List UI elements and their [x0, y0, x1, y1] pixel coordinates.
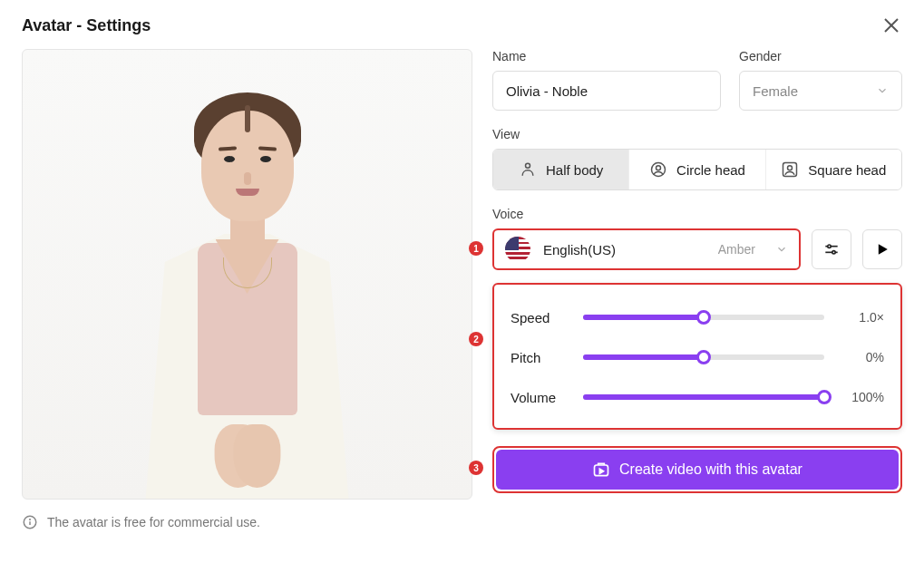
- svg-point-4: [30, 519, 31, 520]
- chevron-down-icon: [775, 243, 788, 256]
- circle-head-icon: [649, 160, 667, 179]
- view-label: View: [492, 127, 902, 141]
- gender-label: Gender: [739, 49, 902, 63]
- modal-title: Avatar - Settings: [22, 16, 151, 35]
- create-button-label: Create video with this avatar: [619, 461, 802, 478]
- info-text: The avatar is free for commercial use.: [47, 515, 260, 529]
- volume-slider[interactable]: [583, 394, 824, 400]
- svg-marker-16: [599, 469, 603, 473]
- info-row: The avatar is free for commercial use.: [22, 514, 472, 530]
- name-label: Name: [492, 49, 721, 63]
- svg-point-9: [788, 166, 793, 170]
- view-toggle-group: Half body Circle head Square head: [492, 149, 902, 190]
- pitch-value: 0%: [841, 350, 884, 364]
- play-icon: [873, 240, 891, 258]
- view-option-half-body[interactable]: Half body: [493, 150, 628, 189]
- voice-language: English(US): [543, 242, 705, 257]
- view-option-square-head[interactable]: Square head: [765, 150, 901, 189]
- view-option-label: Half body: [546, 162, 603, 178]
- annotation-badge-1: 1: [469, 241, 483, 256]
- svg-point-13: [832, 251, 835, 254]
- close-icon[interactable]: [880, 15, 902, 36]
- svg-point-11: [828, 245, 831, 248]
- voice-play-button[interactable]: [862, 229, 902, 269]
- pitch-slider[interactable]: [583, 354, 824, 360]
- svg-point-5: [525, 163, 530, 168]
- create-video-button[interactable]: Create video with this avatar: [496, 450, 899, 490]
- voice-settings-button[interactable]: [812, 229, 851, 269]
- gender-value: Female: [753, 83, 798, 99]
- svg-point-7: [657, 166, 661, 170]
- volume-label: Volume: [511, 390, 567, 405]
- half-body-icon: [519, 160, 537, 179]
- avatar-preview: [22, 49, 472, 500]
- svg-marker-14: [879, 244, 888, 255]
- voice-label: Voice: [492, 207, 902, 221]
- create-button-highlight: Create video with this avatar: [492, 446, 902, 493]
- voice-sliders-card: Speed 1.0× Pitch 0%: [492, 283, 902, 430]
- avatar-settings-modal: Avatar - Settings: [0, 0, 924, 548]
- speed-slider-row: Speed 1.0×: [511, 299, 884, 335]
- us-flag-icon: [505, 237, 530, 262]
- video-icon: [592, 461, 610, 479]
- annotation-badge-2: 2: [469, 332, 483, 346]
- speed-value: 1.0×: [841, 310, 884, 325]
- left-column: The avatar is free for commercial use.: [22, 49, 472, 530]
- view-option-label: Square head: [808, 162, 886, 178]
- voice-select[interactable]: English(US) Amber: [492, 228, 801, 270]
- speed-slider[interactable]: [583, 315, 824, 320]
- speed-label: Speed: [511, 310, 567, 325]
- view-option-label: Circle head: [676, 162, 745, 178]
- volume-value: 100%: [841, 390, 884, 404]
- modal-header: Avatar - Settings: [22, 15, 902, 36]
- info-icon: [22, 514, 38, 530]
- name-input[interactable]: [492, 71, 721, 111]
- volume-slider-row: Volume 100%: [511, 379, 884, 415]
- sliders-icon: [822, 240, 841, 258]
- square-head-icon: [781, 160, 799, 179]
- view-option-circle-head[interactable]: Circle head: [628, 150, 764, 189]
- modal-content: The avatar is free for commercial use. N…: [22, 49, 902, 530]
- pitch-slider-row: Pitch 0%: [511, 339, 884, 375]
- chevron-down-icon: [876, 84, 889, 97]
- voice-name: Amber: [718, 242, 755, 257]
- annotation-badge-3: 3: [469, 461, 483, 475]
- right-column: Name Gender Female View: [492, 49, 902, 530]
- avatar-figure: [130, 73, 365, 499]
- pitch-label: Pitch: [511, 350, 567, 365]
- gender-select[interactable]: Female: [739, 71, 902, 111]
